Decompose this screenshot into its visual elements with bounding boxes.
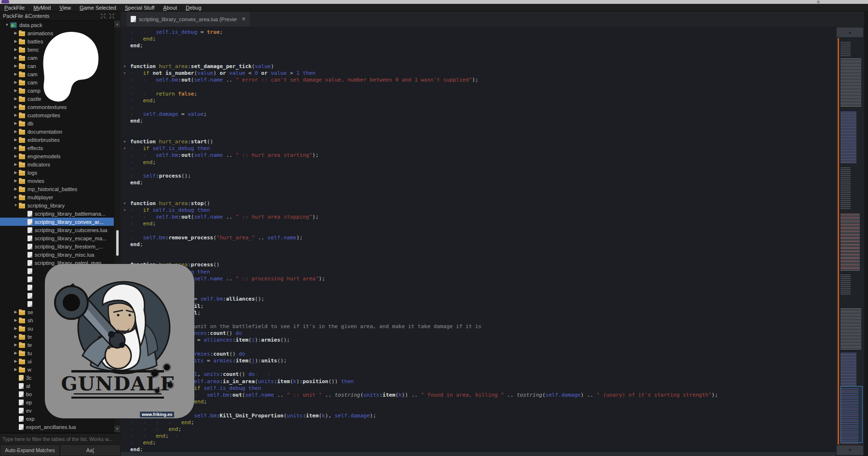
file-icon (27, 227, 32, 233)
fold-marker-icon[interactable]: ▼ (123, 202, 126, 205)
tree-row[interactable]: scripting_library_convex_ar... (0, 218, 121, 226)
minimap-content[interactable] (841, 38, 863, 444)
tree-row[interactable]: ▶commontextures (0, 103, 121, 111)
chevron-right-icon[interactable]: ▶ (13, 64, 19, 68)
menu-item-special-stuff[interactable]: Special Stuff (125, 5, 155, 11)
tree-row-label: scripting_library_escape_ma... (35, 235, 107, 241)
window-titlebar[interactable] (0, 0, 868, 4)
editor-scroll-down-icon[interactable]: ▼ (837, 445, 863, 455)
window-minimize-icon[interactable] (817, 0, 820, 3)
code-line: function hurt_area:stop() (130, 200, 718, 207)
chevron-right-icon[interactable]: ▶ (13, 154, 19, 158)
chevron-right-icon[interactable]: ▶ (13, 359, 19, 363)
editor-horizontal-scrollbar[interactable] (121, 452, 836, 456)
chevron-right-icon[interactable]: ▶ (13, 121, 19, 125)
tree-row[interactable]: ▶db (0, 119, 121, 127)
code-text[interactable]: › › self.is_debug = true;› end;end;funct… (130, 29, 718, 456)
tree-row[interactable]: ▶mp_historical_battles (0, 185, 121, 193)
folder-icon (19, 40, 25, 44)
tree-row[interactable]: scripting_library_misc.lua (0, 250, 121, 259)
tree-row[interactable]: scripting_library_battlemana... (0, 209, 121, 218)
pack-icon (10, 22, 17, 28)
tree-row-label: logs (27, 170, 37, 176)
chevron-right-icon[interactable]: ▶ (13, 351, 19, 355)
chevron-right-icon[interactable]: ▶ (13, 343, 19, 347)
menu-bar: PackFileMyModViewGame SelectedSpecial St… (0, 4, 868, 12)
tree-row[interactable]: ▶logs (0, 168, 121, 177)
chevron-right-icon[interactable]: ▶ (13, 80, 19, 84)
chevron-right-icon[interactable]: ▶ (13, 55, 19, 60)
menu-item-debug[interactable]: Debug (186, 5, 201, 11)
chevron-right-icon[interactable]: ▶ (13, 113, 19, 117)
tree-row[interactable]: scripting_library_cutscenes.lua (0, 226, 121, 234)
tree-row[interactable]: scripting_library_firestorm_... (0, 242, 121, 250)
fold-marker-icon[interactable]: ▼ (123, 147, 126, 150)
chevron-right-icon[interactable]: ▶ (13, 39, 19, 43)
menu-item-packfile[interactable]: PackFile (4, 5, 25, 11)
tree-row-pack[interactable]: ▼data.pack (0, 21, 121, 29)
menu-item-about[interactable]: About (163, 5, 177, 11)
fold-marker-icon[interactable]: ▼ (123, 140, 126, 143)
folder-icon (19, 64, 25, 69)
tree-row[interactable]: ▶multiplayer (0, 193, 121, 201)
chevron-right-icon[interactable]: ▶ (13, 170, 19, 175)
chevron-right-icon[interactable]: ▶ (13, 195, 19, 199)
code-line: › end; (130, 221, 718, 227)
tree-row[interactable]: ▶documentation (0, 127, 121, 136)
code-line: › › self.is_debug = true; (130, 29, 718, 36)
minimap-viewport[interactable] (841, 386, 863, 443)
collapse-all-icon[interactable] (109, 13, 115, 19)
chevron-right-icon[interactable]: ▶ (13, 31, 19, 35)
editor-minimap[interactable]: ▲ ▼ (836, 27, 864, 456)
tree-row-label: ev (26, 408, 32, 414)
tab-scripting-library-convex-area[interactable]: scripting_library_convex_area.lua (Previ… (127, 12, 250, 27)
fold-marker-icon[interactable]: ▼ (123, 208, 126, 212)
file-icon (19, 424, 24, 430)
tree-row[interactable]: ▶enginemodels (0, 152, 121, 160)
chevron-down-icon[interactable]: ▼ (4, 23, 10, 27)
chevron-right-icon[interactable]: ▶ (13, 129, 19, 134)
folder-icon (19, 335, 25, 340)
menu-item-view[interactable]: View (59, 5, 71, 11)
tree-filter-input[interactable] (0, 433, 121, 444)
tree-row[interactable]: export_ancillaries.lua (0, 423, 121, 431)
chevron-right-icon[interactable]: ▶ (13, 47, 19, 52)
case-sensitive-button[interactable]: Aa[ (60, 444, 121, 456)
editor-scroll-up-icon[interactable]: ▲ (837, 28, 863, 37)
menu-item-game-selected[interactable]: Game Selected (80, 5, 116, 11)
tree-row[interactable]: ▼scripting_library (0, 201, 121, 209)
tree-row[interactable]: scripting_library_escape_ma... (0, 234, 121, 242)
tree-row[interactable]: ▶effects (0, 144, 121, 152)
chevron-right-icon[interactable]: ▶ (13, 318, 19, 322)
chevron-right-icon[interactable]: ▶ (13, 367, 19, 372)
chevron-right-icon[interactable]: ▶ (13, 146, 19, 150)
chevron-right-icon[interactable]: ▶ (13, 187, 19, 191)
fold-marker-icon[interactable]: ▼ (123, 71, 126, 75)
chevron-right-icon[interactable]: ▶ (13, 138, 19, 142)
chevron-down-icon[interactable]: ▼ (13, 203, 19, 207)
chevron-right-icon[interactable]: ▶ (13, 326, 19, 331)
chevron-right-icon[interactable]: ▶ (13, 179, 19, 183)
auto-expand-matches-button[interactable]: Auto-Expand Matches (0, 444, 60, 456)
tree-row[interactable]: ▶movies (0, 177, 121, 185)
tree-row[interactable]: ▶customsprites (0, 111, 121, 119)
tree-scroll-down-icon[interactable]: ▼ (114, 426, 120, 432)
chevron-right-icon[interactable]: ▶ (13, 97, 19, 101)
chevron-right-icon[interactable]: ▶ (13, 334, 19, 339)
code-line: › › › › › if self.is_debug then (130, 385, 718, 392)
chevron-right-icon[interactable]: ▶ (13, 72, 19, 76)
tree-scrollbar-thumb[interactable] (116, 230, 119, 256)
chevron-right-icon[interactable]: ▶ (13, 88, 19, 93)
fold-marker-icon[interactable]: ▼ (123, 65, 126, 68)
chevron-right-icon[interactable]: ▶ (13, 162, 19, 166)
tab-close-icon[interactable]: ✕ (240, 16, 246, 22)
chevron-right-icon[interactable]: ▶ (13, 310, 19, 314)
code-editor[interactable]: ▼▼▼▼▼▼▼▼ › › self.is_debug = true;› end;… (121, 27, 836, 456)
tree-row[interactable]: ▶editorbrushes (0, 136, 121, 144)
expand-all-icon[interactable] (100, 13, 106, 19)
file-icon (131, 16, 136, 22)
chevron-right-icon[interactable]: ▶ (13, 105, 19, 109)
tree-scroll-up-icon[interactable]: ▲ (114, 21, 120, 28)
tree-row[interactable]: ▶indicators (0, 160, 121, 168)
menu-item-mymod[interactable]: MyMod (33, 5, 51, 11)
